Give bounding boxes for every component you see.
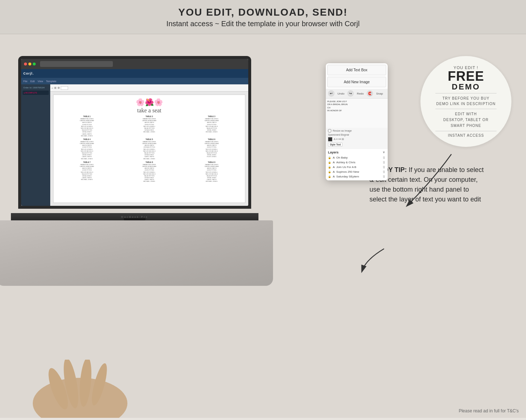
layer-supinos[interactable]: 🔒 A Supinos 250 New 🗑 <box>328 169 385 174</box>
layer-type-3: A <box>333 165 335 169</box>
table-8-label: TABLE 8 <box>119 161 179 163</box>
resize-row: Resize as Image <box>328 129 385 132</box>
lock-icon-3: 🔒 <box>328 166 331 169</box>
menu-item-template: Template <box>46 80 56 83</box>
demo-free-label: FREE <box>448 70 484 83</box>
tnc-text: Please read ad in full for T&C's <box>459 408 519 413</box>
demo-divider-2 <box>435 109 497 109</box>
table-5-label: TABLE 5 <box>119 138 179 140</box>
style-row: Style Text <box>328 143 385 147</box>
resize-label: Resize as Image <box>333 129 352 132</box>
banner-title: YOU EDIT, DOWNLOAD, SEND! <box>7 7 519 18</box>
floral-decoration: 🌸🌺🌸 <box>56 98 242 107</box>
order-id: Order Id: 1509758194 <box>23 86 49 89</box>
table-1-label: TABLE 1 <box>56 115 117 117</box>
browser-chrome <box>21 59 248 69</box>
snap-label: Snap <box>376 92 383 95</box>
laptop-screen: Corjl. File Edit View Template Order Id:… <box>18 56 251 209</box>
demo-divider-3 <box>435 131 497 131</box>
layer-type-2: A <box>333 161 335 164</box>
table-1-group: TABLE 1 SAMANTHA JONESCARRIE BRADSHAWJAS… <box>56 115 117 137</box>
table-7-names: SAMANTHA JONESCARRIE BRADSHAWJASON SMITH… <box>56 164 117 181</box>
corjl-logo: Corjl. <box>23 72 34 75</box>
resize-checkbox[interactable] <box>328 129 331 132</box>
corjl-interface: Corjl. File Edit View Template Order Id:… <box>21 69 248 206</box>
main-area: Corjl. File Edit View Template Order Id:… <box>0 34 526 418</box>
lock-icon-1: 🔒 <box>328 156 331 159</box>
demo-title-label: DEMO <box>452 83 480 91</box>
table-6-names: SAMANTHA JONESCARRIE BRADSHAWJASON SMITH… <box>181 141 242 158</box>
layer-oh-baby[interactable]: 🔒 A Oh Baby 🗑 <box>328 155 385 160</box>
maximize-dot <box>33 63 36 65</box>
undo-label: Undo <box>337 92 344 95</box>
snap-icon[interactable]: 🧲 <box>367 90 373 97</box>
menu-item-view: View <box>37 80 43 83</box>
phone-canvas-preview: PLEASE JOIN US FOR A BRIDAL BRUNCHIN HON… <box>326 99 388 128</box>
toolbar-icons: ⌕ ⊞ ⚙ <box>52 86 68 90</box>
screen-inner: Corjl. File Edit View Template Order Id:… <box>21 59 248 206</box>
layer-name-4: Supinos 250 New <box>336 170 359 173</box>
lock-icon-4: 🔒 <box>328 171 331 173</box>
table-5-names: SAMANTHA JONESCARRIE BRADSHAWJASON SMITH… <box>119 141 179 160</box>
font-name: Spansrand Bognar <box>328 133 349 136</box>
toolbar-icon-2: ⊞ <box>54 87 56 89</box>
redo-label: Redo <box>357 92 364 95</box>
corjl-canvas: 🌸🌺🌸 take a seat TABLE 1 SAMANTHA JONESCA… <box>53 95 245 203</box>
undo-icon[interactable]: ↩ <box>328 90 335 97</box>
incomplete-status: ● INCOMPLETE <box>24 92 48 94</box>
add-new-image-btn[interactable]: Add New Image <box>327 77 386 87</box>
layer-name-1: Oh Baby <box>336 156 348 159</box>
lock-icon-5: 🔒 <box>328 175 331 178</box>
arrow-to-layers <box>355 245 391 274</box>
table-9-label: TABLE 9 <box>181 161 242 163</box>
layer-type-1: A <box>333 156 335 159</box>
layer-saturday[interactable]: 🔒 A Saturday SEptem 🗑 <box>328 174 385 179</box>
top-banner: YOU EDIT, DOWNLOAD, SEND! Instant access… <box>0 0 526 34</box>
redo-icon[interactable]: ↪ <box>347 90 354 97</box>
table-4-label: TABLE 4 <box>56 138 117 140</box>
layer-join-us[interactable]: 🔒 A Join Us For A B 🗑 <box>328 165 385 169</box>
arrow-from-demo <box>379 151 470 216</box>
demo-instant-label: INSTANT ACCESS <box>448 133 484 137</box>
table-2-label: TABLE 2 <box>119 115 179 117</box>
table-5-group: TABLE 5 SAMANTHA JONESCARRIE BRADSHAWJAS… <box>119 138 179 160</box>
table-6-group: TABLE 6 SAMANTHA JONESCARRIE BRADSHAWJAS… <box>181 138 242 160</box>
add-text-box-btn[interactable]: Add Text Box <box>327 65 386 75</box>
corjl-menu: File Edit View Template <box>21 78 248 84</box>
table-4-group: TABLE 4 SAMANTHA JONESCARRIE BRADSHAWJAS… <box>56 138 117 160</box>
menu-item-file: File <box>23 80 27 83</box>
address-bar <box>40 61 113 67</box>
corjl-sidebar: Order Id: 1509758194 ● INCOMPLETE <box>21 84 50 206</box>
table-3-group: TABLE 3 SAMANTHA JONESCARRIE BRADSHAWJAS… <box>181 115 242 137</box>
table-7-label: TABLE 7 <box>56 161 117 163</box>
table-3-names: SAMANTHA JONESCARRIE BRADSHAWJASON SMITH… <box>181 118 242 133</box>
phone-toolbar: ↩ Undo ↪ Redo 🧲 Snap <box>326 89 388 99</box>
seating-chart: 🌸🌺🌸 take a seat TABLE 1 SAMANTHA JONESCA… <box>54 95 245 203</box>
table-6-label: TABLE 6 <box>181 138 242 140</box>
color-swatch[interactable] <box>328 137 332 141</box>
corjl-toolbar: ⌕ ⊞ ⚙ <box>50 84 248 92</box>
lock-icon-2: 🔒 <box>328 161 331 164</box>
seating-chart-title: take a seat <box>56 107 242 114</box>
layers-header: Layers ▼ <box>328 151 385 154</box>
corjl-topbar: Corjl. <box>21 69 248 78</box>
laptop-keyboard-area <box>0 220 273 286</box>
banner-subtitle: Instant access ~ Edit the template in yo… <box>7 20 519 28</box>
layers-title: Layers <box>328 151 339 154</box>
layer-name-5: Saturday SEptem <box>336 175 359 178</box>
page-input <box>61 86 68 90</box>
toolbar-icon-3: ⚙ <box>58 87 60 89</box>
minimize-dot <box>28 63 31 65</box>
demo-divider-1 <box>435 93 497 93</box>
font-row: Spansrand Bognar <box>328 133 385 136</box>
table-8-group: TABLE 8 SAMANTHA JONESCARRIE BRADSHAWJAS… <box>119 161 179 183</box>
layer-ashley-chris[interactable]: 🔒 A Ashley & Chris 🗑 <box>328 160 385 165</box>
corjl-main: ⌕ ⊞ ⚙ 🌸🌺🌸 take a seat <box>50 84 248 206</box>
seating-tables: TABLE 1 SAMANTHA JONESCARRIE BRADSHAWJAS… <box>56 115 242 183</box>
demo-circle: YOU EDIT ! FREE DEMO TRY BEFORE YOU BUY … <box>420 56 511 147</box>
layer-type-5: A <box>333 175 335 178</box>
table-4-names: SAMANTHA JONESCARRIE BRADSHAWJASON SMITH… <box>56 141 117 160</box>
style-text-btn[interactable]: Style Text <box>328 143 343 147</box>
hand-on-keyboard <box>29 360 131 418</box>
table-1-names: SAMANTHA JONESCARRIE BRADSHAWJASON SMITH… <box>56 118 117 137</box>
